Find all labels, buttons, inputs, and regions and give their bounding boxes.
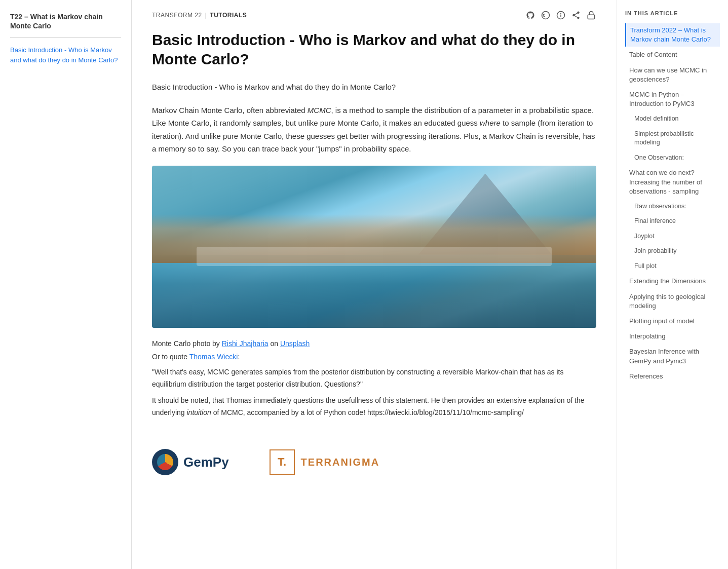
where-text: where xyxy=(480,119,501,127)
gempy-icon-inner xyxy=(157,454,173,470)
article-title: Basic Introduction - Who is Markov and w… xyxy=(152,30,596,68)
caption-section: Monte Carlo photo by Rishi Jhajharia on … xyxy=(152,338,596,419)
breadcrumb-left: Transform 22 | Tutorials xyxy=(152,12,247,19)
boats-overlay xyxy=(197,247,552,266)
article-intro: Basic Introduction - Who is Markov and w… xyxy=(152,81,596,94)
main-content: Transform 22 | Tutorials xyxy=(132,0,617,569)
gempy-text: GemPy xyxy=(183,454,229,470)
toc-full[interactable]: Full plot xyxy=(625,259,720,274)
cc-icon[interactable] xyxy=(541,10,551,20)
sidebar-title: T22 – What is Markov chain Monte Carlo xyxy=(10,12,121,30)
caption-line1: Monte Carlo photo by Rishi Jhajharia on … xyxy=(152,338,596,349)
caption-unsplash-link[interactable]: Unsplash xyxy=(280,339,310,348)
mountain-overlay xyxy=(418,174,552,255)
caption-note: It should be noted, that Thomas immediat… xyxy=(152,395,596,419)
hero-image xyxy=(152,166,596,328)
mcmc-abbrev: MCMC xyxy=(308,106,331,115)
terranigma-text: TERRANIGMA xyxy=(301,457,380,468)
toc-final[interactable]: Final inference xyxy=(625,214,720,229)
terranigma-logo: T. TERRANIGMA xyxy=(270,449,380,475)
github-icon[interactable] xyxy=(525,10,535,20)
toc-simplest[interactable]: Simplest probabilistic modeling xyxy=(625,127,720,150)
right-sidebar: In This Article Transform 2022 – What is… xyxy=(617,0,728,569)
toc-applying[interactable]: Applying this to geological modeling xyxy=(625,290,720,313)
toc-interpolating[interactable]: Interpolating xyxy=(625,329,720,344)
breadcrumb-transform: Transform 22 xyxy=(152,12,202,19)
svg-rect-4 xyxy=(588,15,595,19)
sidebar-divider xyxy=(10,37,121,38)
caption-line2: Or to quote Thomas Wiecki: xyxy=(152,351,596,362)
toc-raw[interactable]: Raw observations: xyxy=(625,200,720,214)
gempy-logo: GemPy xyxy=(152,449,229,475)
toc-one-obs[interactable]: One Observation: xyxy=(625,151,720,165)
toc-what-next[interactable]: What con we do next? Increasing the numb… xyxy=(625,166,720,199)
lock-icon[interactable] xyxy=(586,10,596,20)
toc-extending[interactable]: Extending the Dimensions xyxy=(625,274,720,288)
caption-quote: "Well that's easy, MCMC generates sample… xyxy=(152,366,596,391)
toc-main[interactable]: Transform 2022 – What is Markov chain Mo… xyxy=(625,23,720,47)
toc-references[interactable]: References xyxy=(625,369,720,384)
caption-line1-text: Monte Carlo photo by xyxy=(152,339,222,348)
breadcrumb-tutorials: Tutorials xyxy=(210,12,247,19)
toc-join[interactable]: Join probability xyxy=(625,244,720,258)
terranigma-icon: T. xyxy=(270,449,295,475)
sidebar-link-intro[interactable]: Basic Introduction - Who is Markov and w… xyxy=(10,45,121,65)
article-body: Markov Chain Monte Carlo, often abbrevia… xyxy=(152,104,596,156)
toc-container: Transform 2022 – What is Markov chain Mo… xyxy=(625,23,720,384)
footer-logos: GemPy T. TERRANIGMA xyxy=(152,439,596,475)
toc-joyplot[interactable]: Joyplot xyxy=(625,230,720,244)
left-sidebar: T22 – What is Markov chain Monte Carlo B… xyxy=(0,0,132,569)
gempy-icon xyxy=(152,449,178,475)
toc-bayesian[interactable]: Bayesian Inference with GemPy and Pymc3 xyxy=(625,345,720,368)
breadcrumb-sep: | xyxy=(205,12,207,19)
terranigma-icon-t: T. xyxy=(278,456,286,469)
toc-mcmc-python[interactable]: MCMC in Python – Introduction to PyMC3 xyxy=(625,88,720,111)
hero-image-container xyxy=(152,166,596,328)
breadcrumb-bar: Transform 22 | Tutorials xyxy=(152,10,596,20)
share-icon[interactable] xyxy=(571,10,581,20)
toc-model-def[interactable]: Model definition xyxy=(625,112,720,126)
toc-plotting[interactable]: Plotting input of model xyxy=(625,314,720,328)
info-icon[interactable] xyxy=(556,10,566,20)
toc-label: In This Article xyxy=(625,10,720,16)
article-body1: Markov Chain Monte Carlo, often abbrevia… xyxy=(152,106,308,115)
article-intro-text: Basic Introduction - Who is Markov and w… xyxy=(152,83,396,91)
caption-thomas-link[interactable]: Thomas Wiecki xyxy=(189,353,238,361)
caption-author-link[interactable]: Rishi Jhajharia xyxy=(222,339,269,348)
toc-table[interactable]: Table of Content xyxy=(625,48,720,62)
breadcrumb-icons xyxy=(525,10,596,20)
toc-how[interactable]: How can we use MCMC in geosciences? xyxy=(625,63,720,87)
